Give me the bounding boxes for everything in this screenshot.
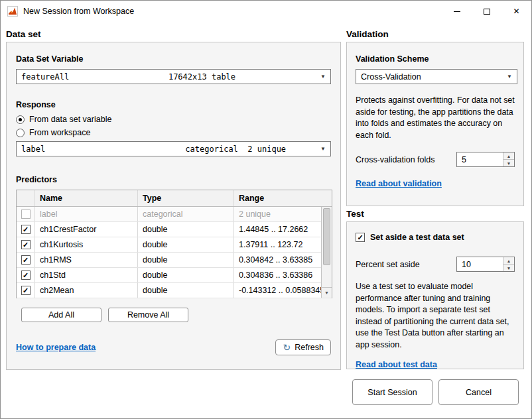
scroll-down-icon[interactable]: ▼ bbox=[322, 287, 332, 298]
validation-heading: Validation bbox=[346, 29, 389, 39]
dataset-variable-value: featureAll bbox=[21, 72, 69, 82]
cell-name: ch2Mean bbox=[35, 283, 138, 298]
maximize-button[interactable] bbox=[472, 1, 501, 22]
cell-type: double bbox=[138, 283, 234, 298]
minimize-button[interactable] bbox=[442, 1, 472, 22]
checkbox-checked-icon: ✓ bbox=[356, 233, 365, 242]
predictors-label: Predictors bbox=[16, 175, 331, 184]
row-checkbox[interactable]: ✓ bbox=[21, 270, 31, 280]
table-scrollbar[interactable]: ▼ bbox=[321, 207, 332, 298]
minimize-icon bbox=[454, 11, 460, 12]
validation-scheme-label: Validation Scheme bbox=[356, 54, 515, 64]
cell-name: label bbox=[35, 207, 138, 221]
window-title: New Session from Workspace bbox=[23, 7, 134, 16]
maximize-icon bbox=[484, 9, 490, 15]
cell-range: -0.143312 .. 0.0588345 bbox=[234, 283, 322, 298]
cell-type: double bbox=[138, 222, 234, 237]
cell-range: 0.304842 .. 3.63385 bbox=[234, 253, 322, 267]
dataset-groupbox: Data Set Variable featureAll 17642x13 ta… bbox=[6, 42, 341, 370]
response-dropdown[interactable]: label categorical 2 unique ▼ bbox=[16, 141, 331, 156]
dataset-variable-info: 17642x13 table bbox=[168, 72, 235, 82]
validation-scheme-value: Cross-Validation bbox=[361, 72, 421, 82]
cell-name: ch1Std bbox=[35, 268, 138, 282]
refresh-button[interactable]: ↻ Refresh bbox=[275, 339, 331, 355]
table-row[interactable]: label categorical 2 unique bbox=[17, 207, 332, 222]
col-header-name[interactable]: Name bbox=[35, 190, 138, 206]
spinner-up-icon[interactable]: ▲ bbox=[503, 152, 514, 160]
row-checkbox[interactable]: ✓ bbox=[21, 225, 31, 234]
set-aside-test-checkbox[interactable]: ✓ Set aside a test data set bbox=[356, 233, 515, 242]
validation-groupbox: Validation Scheme Cross-Validation ▼ Pro… bbox=[346, 42, 524, 206]
row-checkbox[interactable]: ✓ bbox=[21, 255, 31, 265]
cell-name: ch1Kurtosis bbox=[35, 237, 138, 252]
cell-range: 1.44845 .. 17.2662 bbox=[234, 222, 322, 237]
cell-range: 0.304836 .. 3.63386 bbox=[234, 268, 322, 282]
spinner-buttons: ▲ ▼ bbox=[503, 152, 514, 166]
header-checkbox-cell bbox=[17, 190, 35, 206]
cell-range: 1.37911 .. 123.72 bbox=[234, 237, 322, 252]
radio-unselected-icon bbox=[16, 129, 25, 137]
predictors-table-header: Name Type Range bbox=[17, 190, 332, 207]
validation-scheme-dropdown[interactable]: Cross-Validation ▼ bbox=[356, 69, 517, 84]
refresh-label: Refresh bbox=[295, 343, 324, 352]
radio-from-dataset[interactable]: From data set variable bbox=[16, 115, 331, 124]
refresh-icon: ↻ bbox=[283, 343, 291, 352]
chevron-down-icon: ▼ bbox=[320, 74, 326, 80]
scrollbar-thumb[interactable] bbox=[323, 208, 330, 265]
response-label: Response bbox=[16, 100, 331, 109]
response-info: categorical 2 unique bbox=[185, 145, 286, 154]
table-row[interactable]: ✓ ch1Std double 0.304836 .. 3.63386 bbox=[17, 268, 332, 283]
how-to-prepare-data-link[interactable]: How to prepare data bbox=[16, 343, 96, 352]
response-value: label bbox=[21, 145, 45, 154]
col-header-range[interactable]: Range bbox=[234, 190, 322, 206]
table-row[interactable]: ✓ ch1RMS double 0.304842 .. 3.63385 bbox=[17, 253, 332, 268]
cell-type: categorical bbox=[138, 207, 234, 221]
radio-from-workspace-label: From workspace bbox=[29, 128, 90, 137]
col-header-type[interactable]: Type bbox=[138, 190, 234, 206]
close-icon: ✕ bbox=[513, 7, 519, 16]
percent-set-aside-label: Percent set aside bbox=[356, 260, 420, 269]
radio-from-workspace[interactable]: From workspace bbox=[16, 128, 331, 137]
chevron-down-icon: ▼ bbox=[507, 74, 512, 80]
predictors-table-body: label categorical 2 unique ✓ ch1CrestFac… bbox=[17, 207, 332, 298]
row-checkbox[interactable]: ✓ bbox=[21, 286, 31, 295]
read-about-test-data-link[interactable]: Read about test data bbox=[356, 360, 437, 369]
read-about-validation-link[interactable]: Read about validation bbox=[356, 179, 442, 188]
percent-spinner[interactable]: 10 ▲ ▼ bbox=[456, 257, 515, 272]
dataset-variable-label: Data Set Variable bbox=[16, 54, 331, 64]
spinner-down-icon[interactable]: ▼ bbox=[503, 160, 514, 166]
test-description: Use a test set to evaluate model perform… bbox=[356, 281, 516, 351]
cell-name: ch1CrestFactor bbox=[35, 222, 138, 237]
validation-description: Protects against overfitting. For data n… bbox=[356, 95, 516, 141]
radio-from-dataset-label: From data set variable bbox=[29, 115, 111, 124]
predictors-table: Name Type Range label categorical 2 uniq… bbox=[16, 190, 332, 298]
table-row[interactable]: ✓ ch1CrestFactor double 1.44845 .. 17.26… bbox=[17, 222, 332, 237]
test-groupbox: ✓ Set aside a test data set Percent set … bbox=[346, 221, 524, 369]
dataset-variable-dropdown[interactable]: featureAll 17642x13 table ▼ bbox=[16, 69, 331, 84]
percent-value[interactable]: 10 bbox=[457, 257, 503, 271]
spinner-up-icon[interactable]: ▲ bbox=[503, 257, 514, 265]
spinner-buttons: ▲ ▼ bbox=[503, 257, 514, 271]
test-heading: Test bbox=[346, 209, 364, 219]
row-checkbox[interactable]: ✓ bbox=[21, 240, 31, 249]
set-aside-test-label: Set aside a test data set bbox=[370, 233, 464, 242]
folds-value[interactable]: 5 bbox=[457, 152, 503, 166]
chevron-down-icon: ▼ bbox=[320, 146, 326, 152]
start-session-button[interactable]: Start Session bbox=[352, 379, 432, 405]
window-controls: ✕ bbox=[442, 1, 531, 22]
add-all-button[interactable]: Add All bbox=[21, 308, 101, 322]
cell-range: 2 unique bbox=[234, 207, 322, 221]
table-row[interactable]: ✓ ch1Kurtosis double 1.37911 .. 123.72 bbox=[17, 237, 332, 253]
new-session-dialog: New Session from Workspace ✕ Data set Da… bbox=[0, 0, 532, 419]
folds-label: Cross-validation folds bbox=[356, 155, 435, 164]
spinner-down-icon[interactable]: ▼ bbox=[503, 265, 514, 271]
close-button[interactable]: ✕ bbox=[501, 1, 531, 22]
table-row[interactable]: ✓ ch2Mean double -0.143312 .. 0.0588345 bbox=[17, 283, 332, 298]
radio-selected-icon bbox=[16, 115, 25, 124]
row-checkbox[interactable] bbox=[21, 210, 31, 219]
dataset-heading: Data set bbox=[6, 29, 41, 39]
remove-all-button[interactable]: Remove All bbox=[108, 308, 188, 322]
titlebar: New Session from Workspace ✕ bbox=[1, 1, 531, 22]
cancel-button[interactable]: Cancel bbox=[438, 379, 519, 405]
folds-spinner[interactable]: 5 ▲ ▼ bbox=[456, 152, 515, 167]
